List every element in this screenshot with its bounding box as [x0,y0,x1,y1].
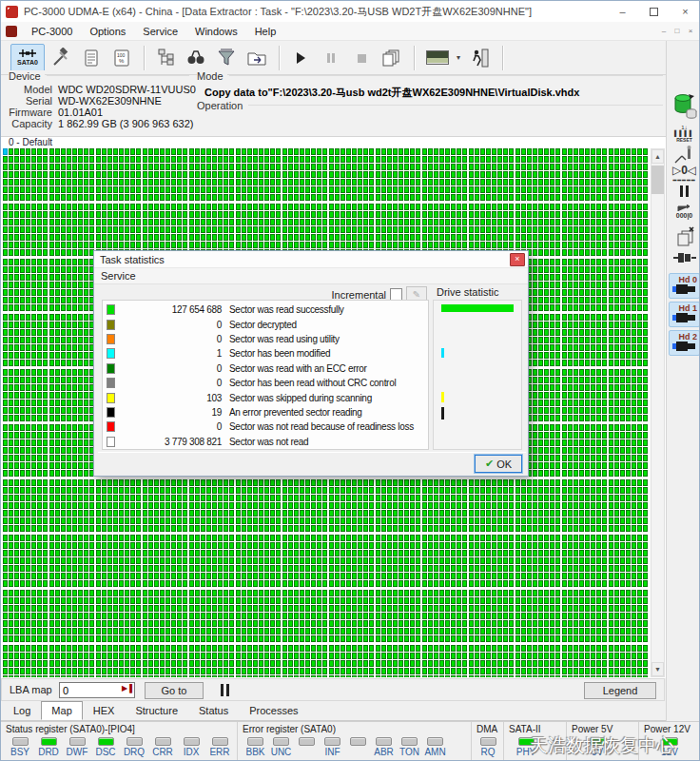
copy-close-button[interactable] [670,225,699,248]
report-button[interactable]: 100% [107,44,136,72]
dialog-title-bar[interactable]: Task statistics × [94,251,528,268]
stat-count: 0 [115,334,222,344]
pause-side-button[interactable] [670,185,699,197]
tab-processes[interactable]: Processes [239,701,308,720]
stat-label: Sector was read with an ECC error [229,363,367,374]
drive-power-button[interactable] [670,92,699,119]
mdi-minimize-button[interactable]: – [657,25,671,38]
menu-item-windows[interactable]: Windows [186,22,246,41]
reset-button-side[interactable]: 1↓ ▌▌▌▌ RESET [670,125,699,143]
reset-bars-icon: ▌▌▌▌ [674,130,694,137]
scroll-down-icon[interactable]: ▼ [651,662,664,676]
hd2-button[interactable]: Hd 2 [669,330,700,356]
map-scrollbar[interactable]: ▲ ▼ [651,148,665,677]
hd0-button[interactable]: Hd 0 [669,273,700,299]
group-title: Error register (SATA0) [243,724,471,735]
mdi-close-button[interactable]: × [684,25,697,38]
main-toolbar: SATA0 100% [1,41,666,75]
title-bar: PC-3000 UDMA-E (x64) - China - [Data Ext… [1,1,700,22]
dialog-menu-service[interactable]: Service [94,268,528,284]
scroll-thumb[interactable] [651,166,664,194]
tools-icon [50,48,71,68]
tab-status[interactable]: Status [188,701,239,720]
status-group-dma: DMARQ [471,722,503,761]
counter-button[interactable]: 000|0 [670,205,699,220]
map-head-label: 0 - Default [9,137,52,147]
structure-button[interactable] [151,44,180,72]
ok-label: OK [496,459,512,470]
exit-icon [470,48,491,68]
connector-button[interactable] [670,250,699,265]
menu-item-options[interactable]: Options [81,22,134,41]
map-view-dropdown[interactable]: ▾ [457,53,460,62]
exit-task-button[interactable] [466,44,495,72]
map-view-button[interactable] [421,44,454,72]
export-button[interactable] [243,44,271,72]
maximize-button[interactable] [638,1,670,22]
stat-label: Sector was read using utility [229,334,340,344]
tab-map[interactable]: Map [41,701,82,720]
lba-pause-icon[interactable] [221,684,232,696]
close-button[interactable]: × [670,1,700,22]
led-label: AMN [424,747,445,757]
menu-item-pc-3000[interactable]: PC-3000 [23,22,81,41]
pause-button[interactable] [317,44,345,72]
led-slot: RQ [476,735,499,757]
tab-log[interactable]: Log [3,701,41,720]
ok-button[interactable]: ✔ OK [475,455,522,473]
task-statistics-button[interactable] [378,44,406,72]
legend-button[interactable]: Legend [584,682,656,699]
led-label: TON [399,747,419,757]
app-icon [6,6,18,18]
tools-button[interactable] [47,44,75,72]
window-title: PC-3000 UDMA-E (x64) - China - [Data Ext… [24,5,607,19]
copy-pages-icon [381,48,402,68]
tab-structure[interactable]: Structure [125,701,188,720]
mode-group-title: Mode [197,70,227,82]
jumper-button[interactable] [670,146,699,165]
drive-bars [433,300,522,450]
bottom-tabs: LogMapHEXStructureStatusProcesses [1,701,700,721]
folder-export-icon [246,48,267,68]
goto-button[interactable]: Go to [145,682,204,699]
status-group-power5: Power 5V5V [566,722,638,761]
led-slot: BSY [6,735,34,757]
group-title: SATA-II [509,724,566,735]
menu-item-service[interactable]: Service [134,22,186,41]
led-slot: BBK [243,735,268,757]
recalibrate-button[interactable]: ▷0◁ ▂▂▂▂▂ [670,165,699,181]
drive-stat-bar [441,407,444,420]
stat-row: 19An error prevented sector reading [105,405,428,420]
led-label: UNC [271,747,292,757]
device-field: SerialWD-WX62E309NHNE [5,95,196,107]
lba-spinner-icon[interactable]: ▶▐ [122,684,131,693]
tab-hex[interactable]: HEX [83,701,126,720]
sata0-port-button[interactable]: SATA0 [10,44,45,72]
incremental-label: Incremental [332,289,386,301]
stat-count: 127 654 688 [115,304,222,315]
menu-item-help[interactable]: Help [246,22,285,41]
minimize-button[interactable]: – [607,1,638,22]
filter-button[interactable] [212,44,241,72]
operation-group-title: Operation [197,100,246,111]
led-label: BSY [10,747,29,757]
led-crr-indicator [155,737,171,746]
search-button[interactable] [182,44,210,72]
drive-stat-bar [441,348,444,358]
hd1-button[interactable]: Hd 1 [669,302,700,327]
script-button[interactable] [77,44,106,72]
lba-map-label: LBA map [10,684,52,695]
stop-button[interactable] [347,44,376,72]
stat-count: 1 [115,348,222,359]
scroll-up-icon[interactable]: ▲ [651,149,664,164]
toolbar-separator [502,46,504,70]
stat-count: 103 [115,393,222,403]
stat-label: An error prevented sector reading [229,407,362,418]
start-button[interactable] [286,44,315,72]
pause-icon [324,51,338,65]
device-field: ModelWDC WD20SDRW-11VUUS0 [5,84,196,95]
dialog-close-button[interactable]: × [510,253,525,266]
stat-count: 3 779 308 821 [115,437,222,447]
mdi-restore-button[interactable]: □ [671,25,684,38]
stop-icon [355,51,368,65]
